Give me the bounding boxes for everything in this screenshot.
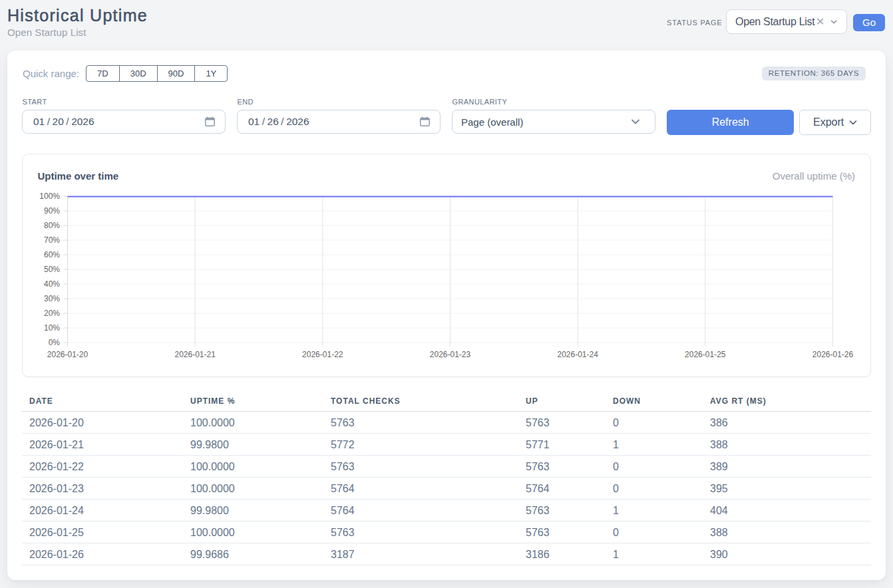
svg-text:2026-01-24: 2026-01-24 [558,350,599,359]
svg-text:Uptime over time: Uptime over time [37,170,118,182]
svg-text:10%: 10% [44,323,60,333]
svg-text:2026-01-26: 2026-01-26 [812,350,854,359]
svg-text:Overall uptime (%): Overall uptime (%) [773,170,855,182]
svg-text:80%: 80% [44,221,60,230]
svg-text:70%: 70% [44,235,60,245]
svg-text:2026-01-23: 2026-01-23 [430,350,471,359]
svg-text:90%: 90% [44,206,60,216]
svg-text:2026-01-21: 2026-01-21 [175,350,216,359]
svg-text:2026-01-22: 2026-01-22 [302,350,343,359]
svg-text:0%: 0% [49,338,61,347]
svg-text:2026-01-20: 2026-01-20 [47,350,89,359]
svg-text:100%: 100% [39,192,60,201]
svg-text:2026-01-25: 2026-01-25 [685,350,726,359]
svg-text:30%: 30% [44,294,60,303]
svg-text:50%: 50% [44,265,60,274]
svg-text:40%: 40% [44,279,60,289]
svg-text:60%: 60% [44,250,60,259]
svg-text:20%: 20% [44,309,60,318]
